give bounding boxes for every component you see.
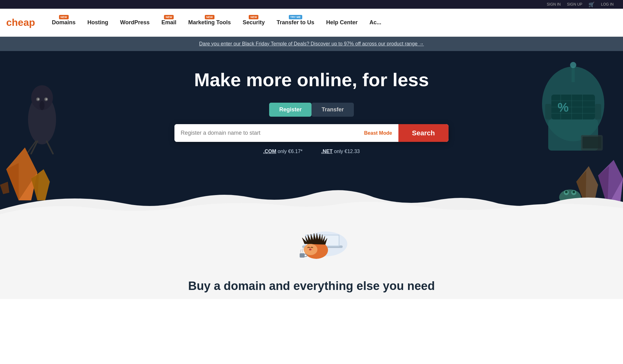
hedgehog-section: ♥ xyxy=(0,225,623,270)
svg-line-7 xyxy=(31,141,37,154)
search-button[interactable]: Search xyxy=(398,124,449,142)
com-label: .COM xyxy=(263,149,276,154)
svg-point-5 xyxy=(45,98,47,100)
svg-point-0 xyxy=(28,95,56,144)
svg-rect-30 xyxy=(581,135,603,151)
svg-rect-26 xyxy=(595,104,601,119)
helmet-decoration: % xyxy=(523,57,604,157)
svg-rect-18 xyxy=(551,95,595,119)
hedgehog-character: ♥ xyxy=(271,210,352,267)
top-bar: SIGN IN SIGN UP 🛒 LOG IN xyxy=(0,0,623,9)
cart-icon[interactable]: 🛒 xyxy=(588,2,595,7)
nav-item-domains[interactable]: NEW Domains xyxy=(47,17,80,28)
badge-new-email: NEW xyxy=(164,15,174,19)
nav-item-hosting[interactable]: Hosting xyxy=(83,17,113,28)
svg-rect-31 xyxy=(583,137,601,148)
signin-link[interactable]: SIGN IN xyxy=(547,2,561,7)
price-net[interactable]: .NET only €12.33 xyxy=(321,149,360,154)
hero-section: % Make m xyxy=(0,51,623,225)
badge-tryme-transfer: TRY ME xyxy=(289,15,302,19)
price-hints: .COM only €6.17* .NET only €12.33 xyxy=(263,149,360,154)
promo-bar: Dare you enter our Black Friday Temple o… xyxy=(0,37,623,51)
login-link[interactable]: LOG IN xyxy=(601,2,614,7)
bird-decoration xyxy=(19,70,69,157)
below-hero-title: Buy a domain and everything else you nee… xyxy=(6,279,617,293)
svg-rect-25 xyxy=(545,104,551,119)
below-hero: Buy a domain and everything else you nee… xyxy=(0,270,623,299)
nav-item-marketing-tools[interactable]: NEW Marketing Tools xyxy=(184,17,235,28)
nav-item-transfer[interactable]: TRY ME Transfer to Us xyxy=(272,17,319,28)
svg-rect-17 xyxy=(548,119,598,151)
nav-item-email[interactable]: NEW Email xyxy=(157,17,181,28)
nav-item-security[interactable]: NEW Security xyxy=(238,17,269,28)
svg-point-2 xyxy=(36,97,40,101)
svg-point-28 xyxy=(570,62,576,68)
net-label: .NET xyxy=(321,149,332,154)
price-com[interactable]: .COM only €6.17* xyxy=(263,149,302,154)
svg-rect-27 xyxy=(572,67,575,82)
search-bar: Beast Mode Search xyxy=(174,124,449,142)
promo-link[interactable]: Dare you enter our Black Friday Temple o… xyxy=(199,41,424,46)
svg-text:%: % xyxy=(558,100,569,114)
nav-item-help-center[interactable]: Help Center xyxy=(322,17,362,28)
tab-register[interactable]: Register xyxy=(269,103,312,117)
svg-line-8 xyxy=(28,141,36,152)
svg-point-49 xyxy=(309,249,312,250)
domain-search-input[interactable] xyxy=(174,124,358,142)
svg-point-3 xyxy=(44,97,48,101)
nav-items: NEW Domains Hosting WordPress NEW Email … xyxy=(47,17,617,28)
logo[interactable]: cheap xyxy=(6,17,35,28)
main-nav: cheap NEW Domains Hosting WordPress NEW … xyxy=(0,9,623,37)
svg-point-6 xyxy=(40,101,45,110)
badge-new-security: NEW xyxy=(249,15,259,19)
svg-rect-50 xyxy=(300,253,305,258)
nav-item-account[interactable]: Ac... xyxy=(365,17,386,28)
svg-point-1 xyxy=(31,85,53,110)
signup-link[interactable]: SIGN UP xyxy=(567,2,582,7)
hero-title: Make more online, for less xyxy=(194,70,429,90)
nav-item-wordpress[interactable]: WordPress xyxy=(116,17,154,28)
beast-mode-button[interactable]: Beast Mode xyxy=(358,124,398,142)
badge-new-marketing: NEW xyxy=(205,15,214,19)
badge-new-domains: NEW xyxy=(59,15,69,19)
svg-point-16 xyxy=(542,67,604,141)
tab-transfer[interactable]: Transfer xyxy=(312,103,354,117)
domain-tabs: Register Transfer xyxy=(269,103,354,117)
svg-point-4 xyxy=(37,98,39,100)
svg-line-9 xyxy=(47,141,53,154)
